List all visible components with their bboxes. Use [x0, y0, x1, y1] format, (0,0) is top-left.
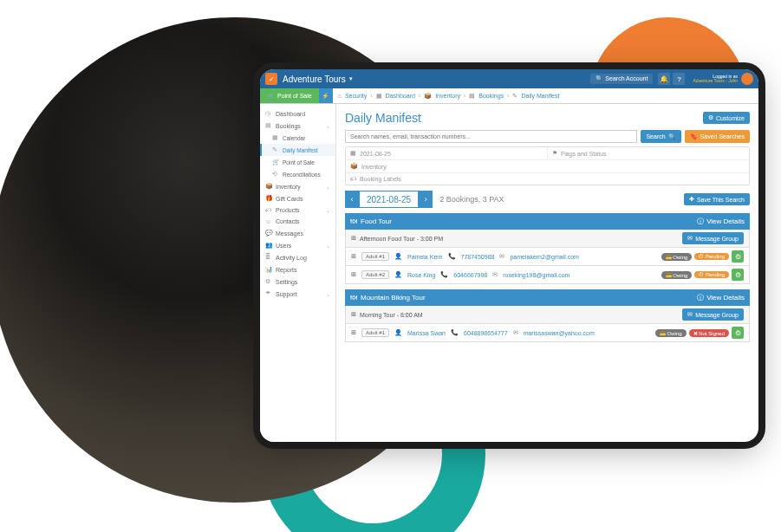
- gear-icon: ⚙: [265, 278, 272, 285]
- sidebar-item-bookings[interactable]: ▤Bookings⌄: [260, 120, 335, 132]
- tag-icon: 🏷: [265, 207, 272, 213]
- cutlery-icon: 🍽: [350, 217, 357, 225]
- crumb-dashboard[interactable]: Dashboard: [386, 93, 415, 99]
- sidebar-item-dashboard[interactable]: ◷Dashboard: [260, 107, 335, 120]
- sidebar-item-reports[interactable]: 📊Reports: [260, 263, 335, 276]
- expand-icon[interactable]: ⊞: [351, 235, 356, 242]
- search-button[interactable]: Search 🔍: [641, 130, 680, 143]
- tour-header[interactable]: 🍽Mountain Biking TourⓘView Details: [345, 289, 750, 306]
- point-of-sale-button[interactable]: 🛒Point of Sale: [260, 88, 319, 103]
- box-icon: 📦: [265, 183, 272, 190]
- brand-name[interactable]: Adventure Tours: [283, 75, 346, 84]
- saved-searches-button[interactable]: 🔖Saved Searches: [685, 130, 750, 143]
- guest-email[interactable]: pamelakern2@gmail.com: [510, 254, 578, 260]
- sidebar-item-activity-log[interactable]: ≣Activity Log: [260, 251, 335, 263]
- guest-phone[interactable]: 6046667998: [453, 272, 487, 278]
- customize-button[interactable]: ⚙Customize: [703, 112, 750, 124]
- owing-badge: 💳 Owing: [661, 253, 693, 261]
- filter-inventory[interactable]: 📦Inventory: [346, 160, 749, 172]
- sidebar-item-reconciliations[interactable]: ⟲Reconciliations: [260, 168, 335, 180]
- save-icon: ✚: [689, 196, 694, 203]
- view-details-link[interactable]: View Details: [706, 217, 745, 225]
- dashboard-icon: ▦: [376, 93, 382, 100]
- envelope-icon: ✉: [687, 311, 693, 318]
- tag-icon: 🏷: [350, 176, 356, 182]
- help-icon[interactable]: ?: [673, 73, 685, 85]
- save-search-button[interactable]: ✚Save This Search: [684, 193, 750, 205]
- row-actions-button[interactable]: ⚙: [732, 269, 744, 281]
- bookings-icon: ▤: [469, 93, 475, 100]
- nav-date[interactable]: 2021-08-25: [359, 191, 419, 208]
- phone-icon: 📞: [440, 271, 448, 278]
- cart-icon: 🛒: [272, 159, 279, 165]
- topbar: ✓ Adventure Tours ▾ 🔍 Search Account 🔔 ?…: [260, 69, 758, 88]
- session-name: Morning Tour - 8:00 AM: [360, 312, 423, 318]
- filter-flags[interactable]: ⚑Flags and Status: [547, 147, 749, 159]
- view-details-link[interactable]: View Details: [706, 294, 745, 302]
- contacts-icon: ☺: [265, 218, 272, 224]
- sidebar-item-gift-cards[interactable]: 🎁Gift Cards: [260, 192, 335, 204]
- sidebar-item-messages[interactable]: 💬Messages: [260, 227, 335, 239]
- guest-phone[interactable]: 6048898654777: [464, 330, 508, 336]
- sidebar-item-support[interactable]: ☂Support⌄: [260, 288, 335, 300]
- guest-email[interactable]: roseking198@gmail.com: [503, 272, 569, 278]
- login-label: Logged in as Adventure Tours - John: [693, 75, 738, 83]
- sidebar-item-pos[interactable]: 🛒Point of Sale: [260, 156, 335, 168]
- chevron-down-icon: ⌄: [326, 291, 330, 297]
- expand-icon[interactable]: ⊞: [351, 311, 356, 318]
- brand-dropdown-icon[interactable]: ▾: [349, 75, 353, 82]
- message-group-button[interactable]: ✉Message Group: [682, 232, 744, 244]
- envelope-icon: ✉: [492, 271, 498, 278]
- guest-phone[interactable]: 7787450988: [461, 254, 495, 260]
- filter-labels[interactable]: 🏷Booking Labels: [346, 173, 749, 185]
- crumb-inventory[interactable]: Inventory: [435, 93, 460, 99]
- sidebar-item-users[interactable]: 👥Users⌄: [260, 239, 335, 251]
- crumb-security[interactable]: Security: [345, 93, 367, 99]
- tour-header[interactable]: 🍽Food TourⓘView Details: [345, 213, 750, 230]
- app-logo[interactable]: ✓: [265, 73, 277, 85]
- guest-name[interactable]: Marissa Swan: [407, 330, 446, 336]
- connector-button[interactable]: ⚡: [319, 88, 333, 103]
- expand-icon[interactable]: ⊞: [351, 253, 356, 260]
- user-avatar[interactable]: [741, 73, 753, 85]
- filter-date[interactable]: ▦2021-08-25: [346, 147, 547, 159]
- search-account-input[interactable]: 🔍 Search Account: [590, 74, 653, 84]
- list-icon: ≣: [265, 254, 272, 261]
- bookmark-icon: 🔖: [690, 133, 698, 140]
- expand-icon[interactable]: ⊞: [351, 271, 356, 278]
- sidebar-item-settings[interactable]: ⚙Settings: [260, 276, 335, 288]
- sidebar-item-products[interactable]: 🏷Products⌄: [260, 204, 335, 216]
- sidebar-item-daily-manifest[interactable]: ✎Daily Manifest: [260, 144, 335, 156]
- support-icon: ☂: [265, 290, 272, 297]
- chevron-down-icon: ⌄: [326, 184, 330, 190]
- home-icon[interactable]: ⌂: [338, 93, 342, 99]
- row-actions-button[interactable]: ⚙: [732, 250, 744, 263]
- row-actions-button[interactable]: ⚙: [732, 327, 744, 339]
- guest-name[interactable]: Pamela Kern: [407, 254, 442, 260]
- person-icon: 👤: [394, 253, 402, 260]
- manifest-icon: ✎: [512, 93, 517, 100]
- search-input[interactable]: [345, 130, 637, 143]
- chevron-down-icon: ⌄: [326, 243, 330, 249]
- sidebar-item-contacts[interactable]: ☺Contacts: [260, 216, 335, 227]
- tour-name: Mountain Biking Tour: [361, 294, 426, 302]
- phone-icon: 📞: [448, 253, 456, 260]
- calendar-icon: ▦: [350, 150, 356, 157]
- tour-block: 🍽Food TourⓘView Details⊞ Afternoon Food …: [345, 213, 750, 284]
- envelope-icon: ✉: [499, 253, 504, 260]
- sidebar-item-inventory[interactable]: 📦Inventory⌄: [260, 180, 335, 192]
- guest-name[interactable]: Rose King: [407, 272, 435, 278]
- notifications-icon[interactable]: 🔔: [658, 73, 670, 85]
- crumb-daily-manifest[interactable]: Daily Manifest: [521, 93, 559, 99]
- message-group-button[interactable]: ✉Message Group: [682, 308, 744, 321]
- tour-session-row: ⊞ Afternoon Food Tour - 3:00 PM✉Message …: [345, 230, 750, 248]
- info-icon: ⓘ: [697, 217, 704, 226]
- sidebar-item-calendar[interactable]: ▦Calendar: [260, 132, 335, 144]
- prev-day-button[interactable]: ‹: [345, 191, 359, 208]
- slot-badge: Adult #1: [361, 252, 389, 261]
- expand-icon[interactable]: ⊞: [351, 329, 356, 336]
- guest-email[interactable]: marissaswan@yahoo.com: [524, 330, 595, 336]
- crumb-bookings[interactable]: Bookings: [478, 93, 504, 99]
- pending-badge: ⏱ Pending: [694, 253, 729, 260]
- next-day-button[interactable]: ›: [419, 191, 433, 208]
